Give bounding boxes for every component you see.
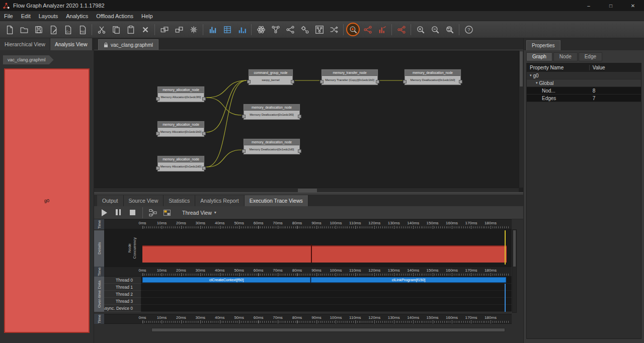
crossing-paths-button[interactable] [327,23,341,36]
graph-node-transfer[interactable]: memory_transfer_nodeMemory Transfer (Cop… [321,69,378,85]
minimize-button[interactable]: – [578,0,600,11]
property-row[interactable]: ▾g0 [527,72,641,79]
delete-button[interactable] [138,23,152,36]
thread-track[interactable] [141,284,512,291]
thread-track[interactable] [141,298,512,305]
critical-path-graph-button[interactable] [361,23,374,36]
timeline-side-tab-details[interactable]: Details [94,230,104,267]
copy-button[interactable] [109,23,123,36]
document-tab[interactable]: vac_clang.graphml [98,39,158,50]
zoom-out-button[interactable] [428,23,442,36]
export-cpp-button[interactable]: C+ [61,23,74,36]
subgraph-button[interactable] [312,23,326,36]
save-button[interactable] [32,23,45,36]
critical-path-chart-button[interactable] [375,23,389,36]
bar-chart-button[interactable] [235,23,249,36]
color-map-button[interactable] [161,207,173,218]
tab-analysis-view[interactable]: Analysis View [50,38,93,50]
zoom-in-button[interactable] [414,23,427,36]
properties-panel: Properties GraphNodeEdge Property Name V… [523,38,644,343]
tab-edge[interactable]: Edge [579,52,602,61]
menu-offload-actions[interactable]: Offload Actions [92,11,137,21]
menu-edit[interactable]: Edit [17,11,35,21]
cut-button[interactable] [95,23,108,36]
delx-icon [141,25,150,34]
close-button[interactable]: ✕ [622,0,644,11]
scrollbar-handle[interactable] [513,230,516,267]
canvas-vertical-scrollbar[interactable] [519,50,523,188]
timeline-side-tab-time[interactable]: Time [94,267,104,277]
group-view-button[interactable] [147,207,159,218]
tab-hierarchical-view[interactable]: Hierarchical View [0,38,50,50]
thread-track[interactable] [141,305,512,312]
zoom-reset-button[interactable] [443,23,456,36]
statistics-chart-button[interactable] [206,23,219,36]
maximize-button[interactable]: □ [600,0,622,11]
expander-icon[interactable]: ▾ [536,81,538,85]
timeline-vertical-scrollbar[interactable] [512,229,517,313]
scrollbar-handle[interactable] [152,328,505,331]
net2-icon [286,25,295,34]
trace-event[interactable]: clLinkProgram[f150] [311,277,506,283]
graph-node-alloc3[interactable]: memory_allocation_nodeMemory Allocation[… [157,156,204,172]
semantics-graph-button[interactable] [394,23,408,36]
graph-node-kernel[interactable]: command_group_nodesaxpy_kernel [249,69,293,85]
view-selector-dropdown[interactable]: Thread View ▾ [179,209,219,217]
tab-node[interactable]: Node [553,52,578,61]
property-row[interactable]: Edges7 [527,95,641,102]
graph-settings-button[interactable] [298,23,311,36]
tab-execution-trace-views[interactable]: Execution Trace Views [245,195,308,206]
node-concurrency-track[interactable] [141,229,512,267]
graph-overview-minimap[interactable]: g0 [4,68,90,333]
edit-graph-button[interactable] [46,23,60,36]
group-nodes-button[interactable] [157,23,171,36]
ungroup-nodes-button[interactable] [172,23,186,36]
topology-button[interactable] [254,23,268,36]
stop-button[interactable] [126,207,138,218]
thread-track[interactable] [141,291,512,298]
tab-statistics[interactable]: Statistics [164,195,195,206]
thread-track[interactable]: clCreateContext[f50]clLinkProgram[f150] [141,277,512,284]
graph-canvas[interactable]: memory_allocation_nodeMemory Allocation[… [94,50,523,192]
tab-analytics-report[interactable]: Analytics Report [195,195,244,206]
play-button[interactable] [98,207,110,218]
ruler-tick: 60ms [254,221,264,225]
graph-node-dealloc2[interactable]: memory_deallocation_nodeMemory Deallocat… [244,104,300,120]
tab-output[interactable]: Output [97,195,124,206]
graph-node-alloc2[interactable]: memory_allocation_nodeMemory Allocation[… [157,121,204,137]
paste-button[interactable] [124,23,137,36]
property-row[interactable]: ▾Global [527,79,641,87]
graph-node-dealloc1[interactable]: memory_deallocation_nodeMemory Deallocat… [405,69,461,85]
menu-file[interactable]: File [0,11,17,21]
graph-tree-button[interactable] [269,23,282,36]
export-png-button[interactable]: PNG [75,23,89,36]
pause-button[interactable] [112,207,124,218]
preferences-button[interactable] [187,23,200,36]
trace-event[interactable]: clCreateContext[f50] [142,277,310,283]
tab-source-view[interactable]: Source View [124,195,164,206]
timeline-side-tab-time[interactable]: Time [94,219,104,229]
window-controls: – □ ✕ [578,0,644,11]
graph-node-title: memory_deallocation_node [244,139,299,145]
help-button[interactable]: ? [462,23,475,36]
open-file-button[interactable] [17,23,31,36]
report-table-button[interactable] [220,23,234,36]
timeline-horizontal-scrollbar[interactable] [151,328,505,332]
menu-layouts[interactable]: Layouts [35,11,62,21]
graph-node-alloc1[interactable]: memory_allocation_nodeMemory Allocation[… [157,87,204,102]
critical-path-highlight-button[interactable] [346,23,360,36]
canvas-horizontal-scrollbar[interactable] [94,188,519,192]
tab-graph[interactable]: Graph [526,52,552,61]
ruler-tick: 100ms [330,221,342,225]
breadcrumb-graph-tag[interactable]: vac_clang.graphml [3,55,54,64]
menu-analytics[interactable]: Analytics [62,11,92,21]
timeline-side-tab-over-time-data[interactable]: Over-time Data [94,277,104,312]
graph-node-dealloc3[interactable]: memory_deallocation_nodeMemory Deallocat… [244,139,300,154]
menu-help[interactable]: Help [137,11,157,21]
new-file-button[interactable] [3,23,16,36]
timeline-side-tab-time[interactable]: Time [94,314,104,324]
property-row[interactable]: Nod...8 [527,87,641,95]
expander-icon[interactable]: ▾ [530,73,532,77]
properties-tab[interactable]: Properties [526,40,560,50]
graph-tree-alt-button[interactable] [283,23,297,36]
